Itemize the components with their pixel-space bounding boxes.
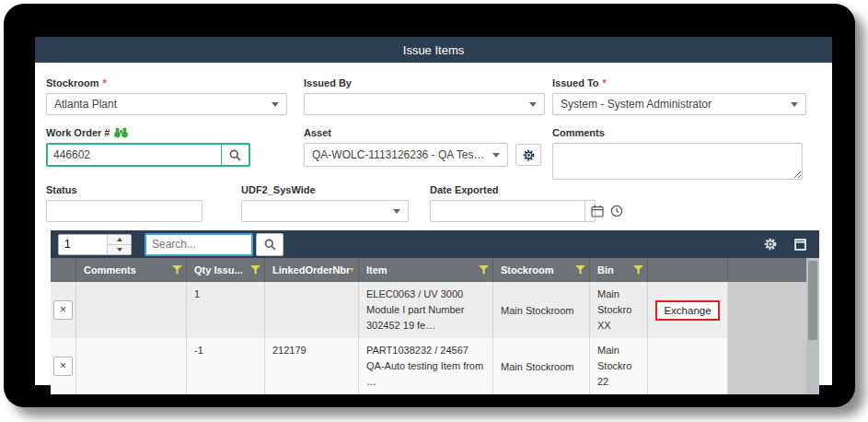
udf2-label-text: UDF2_SysWide (241, 184, 316, 195)
field-udf2: UDF2_SysWide (241, 184, 409, 222)
issued-by-label-text: Issued By (304, 77, 352, 88)
field-issued-to: Issued To * System - System Administrato… (552, 77, 806, 115)
date-exported-group (430, 200, 596, 222)
cell-item[interactable]: PART1038232 / 24567 QA-Auto testing Item… (359, 338, 493, 394)
udf2-label: UDF2_SysWide (241, 184, 409, 195)
maximize-icon[interactable] (794, 239, 806, 251)
cell-comments[interactable] (76, 282, 187, 338)
column-header-action[interactable] (648, 258, 728, 282)
chevron-down-icon (492, 153, 500, 158)
issued-to-select[interactable]: System - System Administrator (552, 93, 806, 115)
cell-action[interactable] (648, 338, 728, 394)
cell-action: Exchange (648, 282, 728, 338)
column-label: Comments (84, 264, 136, 275)
grid-search-button[interactable] (256, 233, 284, 256)
remove-row-button[interactable]: × (53, 357, 73, 376)
cell-linkedordernbr[interactable] (265, 282, 359, 338)
column-header-stockroom[interactable]: Stockroom (493, 258, 590, 282)
dialog-titlebar: Issue Items (35, 37, 832, 63)
clock-icon[interactable] (610, 205, 623, 217)
grid-body: Comments Qty Issu... LinkedOrderNbr Item (51, 258, 819, 394)
asset-row: QA-WOLC-1113126236 - QA Testin... (304, 143, 541, 167)
date-exported-input[interactable] (431, 201, 584, 221)
spinner-up-button[interactable] (108, 235, 131, 244)
chevron-down-icon (393, 209, 400, 214)
cell-text: Main Stockroom (501, 361, 573, 372)
work-order-input[interactable] (48, 145, 221, 165)
grid-search-group (145, 233, 284, 256)
row-remove-cell: × (51, 282, 76, 338)
cell-stockroom[interactable]: Main Stockroom (493, 282, 590, 338)
asset-label: Asset (304, 127, 541, 138)
filter-icon[interactable] (479, 265, 489, 275)
asset-settings-button[interactable] (515, 144, 541, 166)
filter-icon[interactable] (350, 265, 354, 275)
table-row: × 1 ELEC0063 / UV 3000 Module I part Num… (51, 282, 806, 338)
cell-item[interactable]: ELEC0063 / UV 3000 Module I part Number … (359, 282, 493, 338)
asset-select[interactable]: QA-WOLC-1113126236 - QA Testin... (304, 143, 508, 167)
required-marker: * (603, 77, 607, 88)
status-input-wrap (46, 200, 203, 222)
filter-icon[interactable] (172, 265, 182, 275)
date-exported-label-text: Date Exported (430, 184, 499, 195)
vertical-scrollbar[interactable] (806, 258, 819, 394)
comments-textarea[interactable] (552, 143, 803, 180)
work-order-label: Work Order # (46, 127, 250, 138)
column-header-comments[interactable]: Comments (76, 258, 187, 282)
cell-qty[interactable]: -1 (187, 338, 265, 394)
issued-by-label: Issued By (304, 77, 545, 88)
cell-text: Main Stockro XX (597, 287, 640, 334)
filter-icon[interactable] (250, 265, 260, 275)
filter-icon[interactable] (633, 265, 643, 275)
stockroom-select[interactable]: Atlanta Plant (46, 93, 287, 115)
filter-icon[interactable] (575, 265, 585, 275)
cell-bin[interactable]: Main Stockro 22 (590, 338, 648, 394)
issued-by-select[interactable] (304, 93, 545, 115)
field-stockroom: Stockroom * Atlanta Plant (46, 77, 287, 115)
work-order-lookup-button[interactable] (221, 145, 249, 165)
column-header-remove[interactable] (51, 258, 76, 282)
column-header-filler (728, 258, 806, 282)
grid-toolbar (51, 230, 819, 258)
grid-search-input[interactable] (145, 233, 253, 256)
stockroom-value: Atlanta Plant (54, 98, 117, 111)
column-header-bin[interactable]: Bin (590, 258, 648, 282)
grid-settings-gear-icon[interactable] (763, 237, 778, 252)
search-icon (264, 239, 276, 251)
column-header-qty-issued[interactable]: Qty Issu... (187, 258, 265, 282)
cell-linkedordernbr[interactable]: 212179 (265, 338, 359, 394)
issue-items-dialog: Issue Items Stockroom * Atlanta Plant Is… (35, 37, 832, 385)
cell-comments[interactable] (76, 338, 187, 394)
column-label: Qty Issu... (194, 264, 243, 275)
field-issued-by: Issued By (304, 77, 545, 115)
cell-qty[interactable]: 1 (187, 282, 265, 338)
cell-text: PART1038232 / 24567 QA-Auto testing Item… (366, 343, 485, 390)
search-icon (229, 149, 241, 161)
calendar-icon[interactable] (591, 205, 604, 217)
status-input[interactable] (47, 201, 202, 221)
spinner-down-button[interactable] (108, 244, 131, 254)
cell-stockroom[interactable]: Main Stockroom (493, 338, 590, 394)
cell-bin[interactable]: Main Stockro XX (590, 282, 648, 338)
page-size-spinner (58, 234, 132, 255)
field-asset: Asset QA-WOLC-1113126236 - QA Testin... (304, 127, 541, 167)
scrollbar-thumb[interactable] (808, 261, 817, 340)
chevron-down-icon (117, 248, 122, 252)
remove-row-button[interactable]: × (53, 300, 73, 320)
asset-value: QA-WOLC-1113126236 - QA Testin... (312, 148, 487, 161)
date-addon (584, 201, 629, 221)
column-header-linkedordernbr[interactable]: LinkedOrderNbr (265, 258, 359, 282)
column-label: LinkedOrderNbr (272, 264, 350, 275)
field-work-order: Work Order # (46, 127, 250, 167)
stockroom-label-text: Stockroom (46, 77, 98, 88)
udf2-select[interactable] (241, 200, 409, 222)
column-header-item[interactable]: Item (359, 258, 493, 282)
cell-text: Main Stockro 22 (597, 343, 640, 390)
cell-filler (728, 338, 806, 394)
exchange-button[interactable]: Exchange (655, 300, 719, 321)
required-marker: * (102, 77, 106, 88)
cell-text: ELEC0063 / UV 3000 Module I part Number … (366, 287, 485, 334)
status-label-text: Status (46, 184, 77, 195)
page-size-input[interactable] (59, 235, 107, 254)
issued-to-label: Issued To * (552, 77, 806, 88)
